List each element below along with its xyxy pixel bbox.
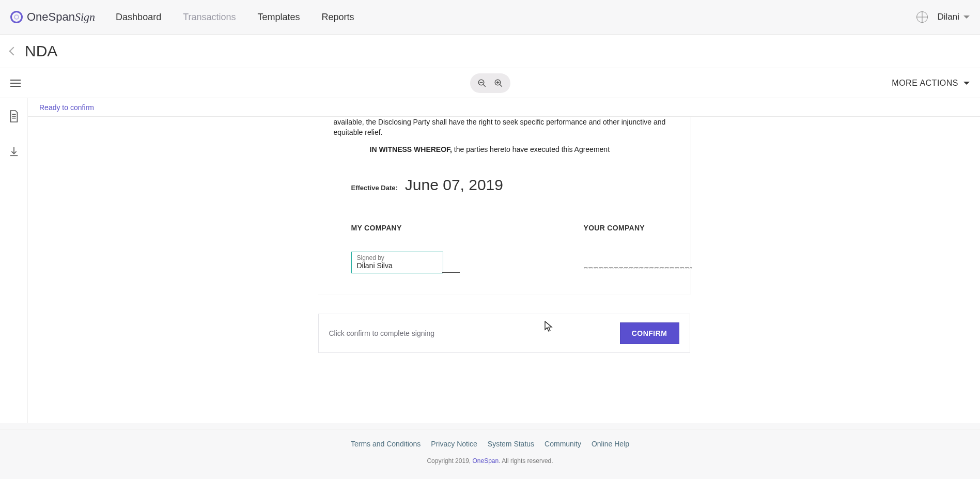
effective-date-value: June 07, 2019 xyxy=(405,176,503,194)
witness-rest: the parties hereto have executed this Ag… xyxy=(452,145,610,153)
footer-system-status[interactable]: System Status xyxy=(488,440,534,448)
globe-icon[interactable] xyxy=(916,11,928,23)
status-text: Ready to confirm xyxy=(39,103,94,112)
status-bar: Ready to confirm xyxy=(28,98,980,117)
zoom-out-button[interactable] xyxy=(475,76,489,90)
witness-bold: IN WITNESS WHEREOF, xyxy=(370,145,452,153)
confirm-instruction: Click confirm to complete signing xyxy=(329,329,435,337)
nav-dashboard[interactable]: Dashboard xyxy=(116,12,161,23)
copyright-pre: Copyright 2019, xyxy=(427,457,472,465)
signature-line: _____________________________ xyxy=(584,260,692,269)
logo-mark-icon xyxy=(10,11,23,23)
my-company-signature: MY COMPANY Signed by Dilani Silva xyxy=(351,224,460,273)
doc-paragraph: available, the Disclosing Party shall ha… xyxy=(318,117,690,138)
signed-by-label: Signed by xyxy=(357,254,438,261)
zoom-in-button[interactable] xyxy=(492,76,505,90)
footer: Terms and Conditions Privacy Notice Syst… xyxy=(0,429,980,479)
footer-links: Terms and Conditions Privacy Notice Syst… xyxy=(0,440,980,448)
user-name: Dilani xyxy=(937,12,959,22)
signature-row: MY COMPANY Signed by Dilani Silva YOUR C… xyxy=(318,194,690,273)
svg-line-4 xyxy=(500,84,502,87)
chevron-down-icon xyxy=(963,82,970,85)
nav-reports[interactable]: Reports xyxy=(322,12,354,23)
side-rail xyxy=(0,98,28,423)
my-company-label: MY COMPANY xyxy=(351,224,460,232)
confirm-button[interactable]: CONFIRM xyxy=(620,322,679,344)
document-list-icon[interactable] xyxy=(8,110,20,125)
more-actions-menu[interactable]: MORE ACTIONS xyxy=(892,79,970,88)
brand-logo[interactable]: OneSpanSign xyxy=(10,10,95,24)
copyright: Copyright 2019, OneSpan. All rights rese… xyxy=(0,457,980,465)
document-toolbar: MORE ACTIONS xyxy=(0,68,980,98)
main-nav: Dashboard Transactions Templates Reports xyxy=(116,12,354,23)
logo-sign-text: Sign xyxy=(75,10,95,24)
more-actions-label: MORE ACTIONS xyxy=(892,79,958,88)
effective-date-label: Effective Date: xyxy=(351,184,398,192)
document-viewport[interactable]: available, the Disclosing Party shall ha… xyxy=(28,117,980,423)
signature-box[interactable]: Signed by Dilani Silva xyxy=(351,252,443,273)
chevron-down-icon xyxy=(963,16,970,19)
confirm-card: Click confirm to complete signing CONFIR… xyxy=(318,314,690,353)
copyright-brand: OneSpan xyxy=(472,457,499,465)
nav-templates[interactable]: Templates xyxy=(258,12,300,23)
page-subheader: NDA xyxy=(0,35,980,68)
app-header: OneSpanSign Dashboard Transactions Templ… xyxy=(0,0,980,35)
copyright-post: . All rights reserved. xyxy=(499,457,553,465)
header-right: Dilani xyxy=(916,11,970,23)
content-wrap: Ready to confirm available, the Disclosi… xyxy=(28,98,980,423)
back-icon[interactable] xyxy=(9,47,18,56)
footer-help[interactable]: Online Help xyxy=(592,440,629,448)
hamburger-icon[interactable] xyxy=(10,80,21,87)
footer-community[interactable]: Community xyxy=(545,440,581,448)
main-area: Ready to confirm available, the Disclosi… xyxy=(0,98,980,423)
zoom-controls xyxy=(470,73,510,93)
your-company-signature: YOUR COMPANY ___________________________… xyxy=(584,224,692,273)
document-page: available, the Disclosing Party shall ha… xyxy=(318,117,690,294)
footer-privacy[interactable]: Privacy Notice xyxy=(431,440,477,448)
svg-line-1 xyxy=(483,84,486,87)
page-title: NDA xyxy=(25,42,57,60)
effective-date-row: Effective Date: June 07, 2019 xyxy=(318,153,690,194)
nav-transactions[interactable]: Transactions xyxy=(183,12,236,23)
doc-witness-line: IN WITNESS WHEREOF, the parties hereto h… xyxy=(318,138,690,153)
footer-terms[interactable]: Terms and Conditions xyxy=(351,440,421,448)
logo-text: OneSpan xyxy=(27,10,75,24)
your-company-label: YOUR COMPANY xyxy=(584,224,692,232)
signature-line-extension xyxy=(442,272,460,273)
signer-name: Dilani Silva xyxy=(357,261,393,270)
user-menu[interactable]: Dilani xyxy=(937,12,970,22)
download-icon[interactable] xyxy=(8,145,20,160)
